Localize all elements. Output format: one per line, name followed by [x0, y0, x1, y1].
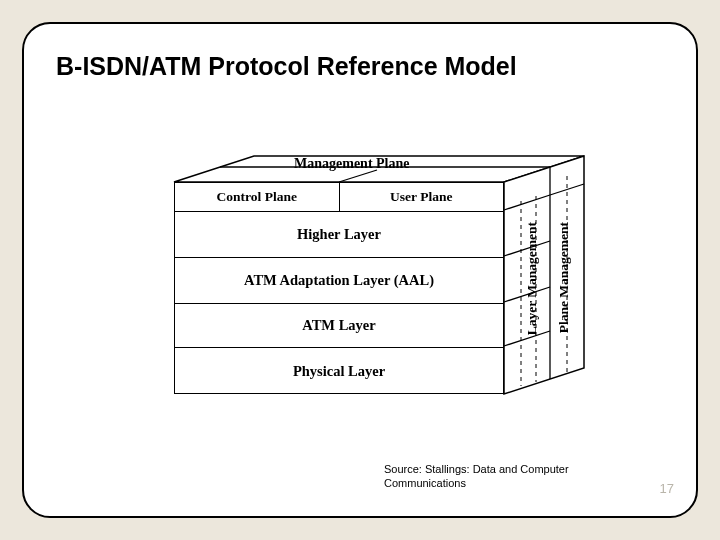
slide-title: B-ISDN/ATM Protocol Reference Model: [56, 52, 517, 81]
source-citation: Source: Stallings: Data and Computer Com…: [384, 462, 574, 490]
plane-management-label: Plane Management: [556, 222, 572, 333]
aal-layer: ATM Adaptation Layer (AAL): [175, 258, 503, 304]
physical-layer: Physical Layer: [175, 348, 503, 394]
protocol-stack: Control Plane User Plane Higher Layer AT…: [174, 182, 504, 394]
layer-management-label: Layer Management: [524, 222, 540, 335]
page-number: 17: [660, 481, 674, 496]
user-plane-cell: User Plane: [340, 183, 504, 211]
svg-marker-1: [504, 156, 584, 394]
management-plane-label: Management Plane: [294, 156, 409, 172]
plane-row: Control Plane User Plane: [175, 183, 503, 212]
slide-card: B-ISDN/ATM Protocol Reference Model: [22, 22, 698, 518]
control-plane-cell: Control Plane: [175, 183, 340, 211]
protocol-diagram: Management Plane Layer Management Plane …: [174, 156, 588, 394]
atm-layer: ATM Layer: [175, 304, 503, 348]
higher-layer: Higher Layer: [175, 212, 503, 258]
